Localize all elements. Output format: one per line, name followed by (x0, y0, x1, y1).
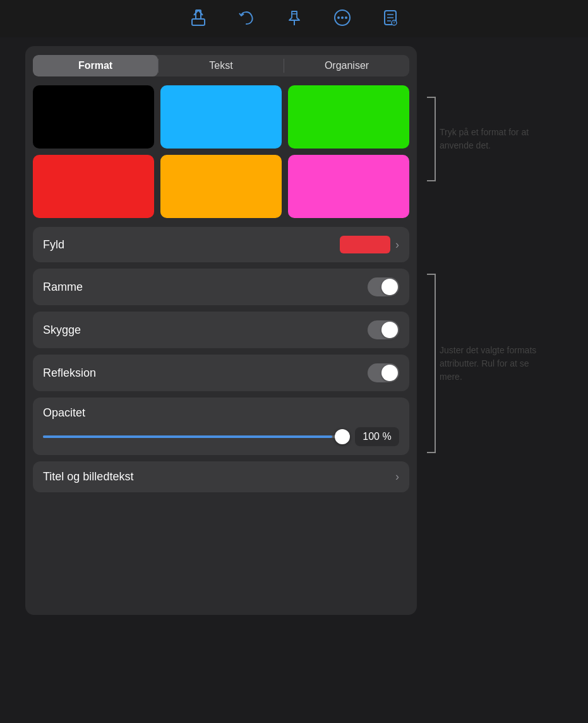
opacity-slider-fill (43, 435, 332, 438)
swatch-pink[interactable] (288, 155, 409, 218)
skygge-label: Skygge (43, 324, 81, 337)
fyld-chevron: › (395, 238, 399, 252)
swatch-orange[interactable] (160, 155, 282, 218)
swatches-grid (25, 85, 417, 218)
opacity-section: Opacitet 100 % (33, 398, 409, 455)
annotation-second-text: Juster det valgte formats attributter. R… (440, 344, 547, 384)
annotation-first: Tryk på et format for at anvende det. (424, 97, 547, 181)
annotation-first-text: Tryk på et format for at anvende det. (440, 126, 547, 152)
annotation-second: Juster det valgte formats attributter. R… (424, 274, 547, 453)
fyld-label: Fyld (43, 238, 64, 252)
ramme-row[interactable]: Ramme (33, 269, 409, 305)
skygge-row[interactable]: Skygge (33, 312, 409, 348)
more-icon[interactable] (333, 9, 351, 31)
skygge-toggle-knob (381, 322, 398, 338)
svg-point-7 (345, 16, 347, 19)
svg-point-6 (341, 16, 344, 19)
swatch-red[interactable] (33, 155, 154, 218)
tab-bar: Format Tekst Organiser (33, 55, 409, 76)
refleksion-toggle-knob (381, 365, 398, 381)
svg-point-14 (393, 23, 394, 24)
opacity-value[interactable]: 100 % (355, 427, 399, 446)
format-panel: Format Tekst Organiser Fyld › (25, 46, 417, 615)
opacity-controls: 100 % (43, 427, 399, 446)
undo-icon[interactable] (237, 9, 255, 31)
svg-rect-1 (192, 19, 205, 25)
skygge-toggle[interactable] (368, 320, 399, 339)
opacity-slider-track[interactable] (43, 435, 347, 438)
svg-point-5 (337, 16, 340, 19)
tab-organiser[interactable]: Organiser (284, 55, 409, 76)
refleksion-row[interactable]: Refleksion (33, 355, 409, 391)
caption-label: Titel og billedtekst (43, 470, 133, 483)
pin-icon[interactable] (285, 9, 303, 31)
tab-format[interactable]: Format (33, 55, 158, 76)
ramme-toggle-knob (381, 279, 398, 295)
caption-row[interactable]: Titel og billedtekst › (33, 461, 409, 492)
opacity-slider-thumb[interactable] (335, 429, 350, 444)
tab-tekst[interactable]: Tekst (159, 55, 284, 76)
swatch-blue[interactable] (160, 85, 282, 149)
refleksion-label: Refleksion (43, 367, 96, 380)
panel-pointer (215, 46, 227, 47)
fyld-right: › (340, 236, 399, 253)
opacity-label: Opacitet (43, 406, 399, 420)
refleksion-toggle[interactable] (368, 363, 399, 382)
notes-icon[interactable] (381, 9, 399, 31)
ramme-toggle[interactable] (368, 277, 399, 296)
swatch-black[interactable] (33, 85, 154, 149)
caption-chevron: › (395, 470, 399, 483)
ramme-label: Ramme (43, 281, 83, 294)
share-icon[interactable] (189, 9, 207, 31)
fill-color-swatch (340, 236, 390, 253)
swatch-green[interactable] (288, 85, 409, 149)
fyld-row[interactable]: Fyld › (33, 227, 409, 262)
toolbar (0, 0, 588, 37)
